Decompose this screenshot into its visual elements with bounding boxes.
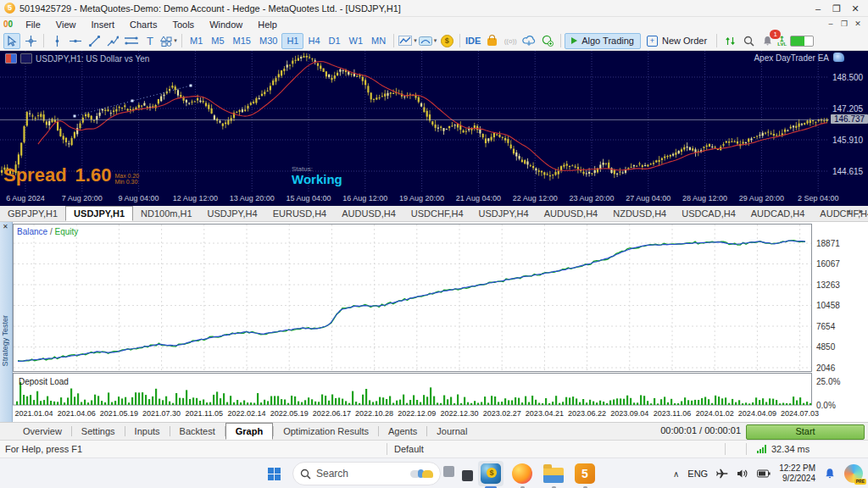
restore-button[interactable]: ❐ — [827, 0, 846, 17]
chart-tab-usdjpy-h4[interactable]: USDJPY,H4 — [471, 206, 537, 221]
menu-file[interactable]: File — [18, 19, 48, 30]
indicators-dropdown-caret[interactable]: ▾ — [414, 37, 417, 44]
chart-type-icon[interactable] — [20, 53, 32, 64]
chart-restore-button[interactable]: ❐ — [837, 17, 851, 30]
start-button[interactable]: Start — [746, 424, 865, 440]
chart-tab-eurusd-h4[interactable]: EURUSD,H4 — [265, 206, 335, 221]
tester-tab-optimization-results[interactable]: Optimization Results — [274, 423, 378, 440]
speaker-icon[interactable] — [737, 469, 748, 479]
chart-tab-usdjpy-h1[interactable]: USDJPY,H1 — [65, 206, 133, 221]
depth-of-market-button[interactable] — [721, 33, 738, 49]
timeframe-w1[interactable]: W1 — [345, 33, 368, 49]
chart-tab-usdchf-h4[interactable]: USDCHF,H4 — [403, 206, 471, 221]
chart-tab-usdjpy-h4[interactable]: USDJPY,H4 — [200, 206, 265, 221]
tray-clock[interactable]: 12:22 PM 9/2/2024 — [779, 463, 815, 484]
chart-tab-nzdusd-h4[interactable]: NZDUSD,H4 — [605, 206, 674, 221]
tester-tab-backtest[interactable]: Backtest — [170, 423, 225, 440]
firefox-taskbar-button[interactable] — [509, 461, 535, 486]
tester-tab-inputs[interactable]: Inputs — [125, 423, 170, 440]
metatrader-taskbar-button[interactable]: $ — [478, 461, 504, 486]
tester-tab-overview[interactable]: Overview — [14, 423, 71, 440]
minimize-button[interactable]: – — [809, 0, 827, 17]
balance-equity-plot[interactable] — [13, 222, 812, 374]
search-button[interactable] — [740, 33, 757, 49]
tester-tab-journal[interactable]: Journal — [427, 423, 476, 440]
one-click-trading-icon[interactable] — [5, 53, 17, 64]
start-button-windows[interactable] — [261, 461, 287, 486]
timeframe-m15[interactable]: M15 — [229, 33, 255, 49]
menu-window[interactable]: Window — [202, 19, 250, 30]
copilot-icon[interactable]: PRE — [844, 464, 863, 483]
menu-view[interactable]: View — [48, 19, 84, 30]
tester-tab-agents[interactable]: Agents — [379, 423, 426, 440]
price-chart[interactable]: USDJPY,H1: US Dollar vs Yen Apex DayTrad… — [0, 51, 868, 206]
search-icon — [300, 469, 311, 480]
chart-tab-gbpjpy-h1[interactable]: GBPJPY,H1 — [0, 206, 65, 221]
search-placeholder: Search — [316, 468, 348, 480]
notification-bell-icon[interactable] — [824, 468, 836, 480]
menu-help[interactable]: Help — [250, 19, 285, 30]
chart-tab-audusd-h4[interactable]: AUDUSD,H4 — [537, 206, 606, 221]
close-button[interactable]: ✕ — [846, 0, 865, 17]
ide-button[interactable]: IDE — [465, 33, 481, 49]
crosshair-tool-button[interactable] — [22, 33, 39, 49]
taskbar-search[interactable]: Search — [292, 462, 441, 485]
explorer-taskbar-button[interactable] — [541, 461, 566, 486]
mt5-setup-taskbar-button[interactable]: 5 — [572, 461, 598, 486]
profile-name[interactable]: Default — [387, 444, 725, 454]
latency-value[interactable]: 32.34 ms — [771, 444, 810, 454]
objects-button[interactable]: ▾ — [419, 33, 437, 49]
new-order-button[interactable]: + New Order — [641, 33, 713, 49]
vertical-line-tool-button[interactable] — [48, 33, 65, 49]
timeframe-d1[interactable]: D1 — [325, 33, 345, 49]
indicators-button[interactable]: ▾ — [398, 33, 417, 49]
shapes-tool-button[interactable]: ▾ — [160, 33, 177, 49]
timeframe-m30[interactable]: M30 — [255, 33, 281, 49]
timeframe-m5[interactable]: M5 — [207, 33, 228, 49]
market-button[interactable] — [483, 33, 500, 49]
tester-side-strip[interactable]: ✕ Strategy Tester — [0, 222, 13, 440]
equidistant-channel-tool-button[interactable] — [123, 33, 140, 49]
algo-trading-button[interactable]: Algo Trading — [565, 33, 641, 49]
deposit-button[interactable]: $ — [438, 33, 455, 49]
chart-tab-usdcad-h4[interactable]: USDCAD,H4 — [674, 206, 743, 221]
battery-icon[interactable] — [757, 469, 771, 478]
menu-tools[interactable]: Tools — [164, 19, 202, 30]
cursor-tool-button[interactable] — [3, 33, 20, 49]
task-view-button[interactable] — [447, 461, 472, 486]
text-tool-button[interactable]: T — [142, 33, 159, 49]
vps-button[interactable] — [520, 33, 537, 49]
tab-scroll-arrows[interactable]: ◂ ▸ — [846, 207, 866, 215]
trendline-tool-button[interactable] — [86, 33, 103, 49]
polyline-tool-button[interactable] — [104, 33, 121, 49]
time-tick: 19 Aug 20:00 — [392, 194, 453, 202]
language-indicator[interactable]: ENG — [687, 469, 708, 479]
ea-icon[interactable] — [833, 53, 844, 62]
tester-tab-settings[interactable]: Settings — [72, 423, 125, 440]
airplane-icon[interactable] — [716, 469, 728, 479]
horizontal-line-tool-button[interactable] — [67, 33, 84, 49]
chart-tab-audcad-h4[interactable]: AUDCAD,H4 — [743, 206, 813, 221]
chart-tab-nd100m-h1[interactable]: ND100m,H1 — [133, 206, 200, 221]
timeframe-h1[interactable]: H1 — [281, 33, 303, 49]
objects-dropdown-caret[interactable]: ▾ — [434, 37, 437, 44]
timeframe-h4[interactable]: H4 — [303, 33, 324, 49]
menu-charts[interactable]: Charts — [122, 19, 164, 30]
deposit-load-plot[interactable] — [13, 373, 812, 408]
chart-tab-audusd-h4[interactable]: AUDUSD,H4 — [334, 206, 403, 221]
account-level-button[interactable]: ↥LVL — [777, 33, 814, 49]
timeframe-m1[interactable]: M1 — [186, 33, 207, 49]
menu-insert[interactable]: Insert — [84, 19, 123, 30]
notifications-button[interactable]: 1 — [759, 33, 776, 49]
signals-button[interactable]: ((o)) — [502, 33, 519, 49]
tray-expand-chevron[interactable]: ∧ — [673, 469, 679, 479]
tester-side-label: Strategy Tester — [1, 315, 9, 366]
chart-close-button[interactable]: ✕ — [851, 17, 865, 30]
chart-minimize-button[interactable]: – — [824, 17, 837, 30]
shapes-dropdown-caret[interactable]: ▾ — [174, 37, 177, 44]
time-tick: 29 Aug 20:00 — [731, 194, 792, 202]
tester-close-icon[interactable]: ✕ — [3, 223, 8, 230]
tester-tab-graph[interactable]: Graph — [225, 423, 273, 440]
community-button[interactable] — [539, 33, 556, 49]
timeframe-mn[interactable]: MN — [367, 33, 390, 49]
